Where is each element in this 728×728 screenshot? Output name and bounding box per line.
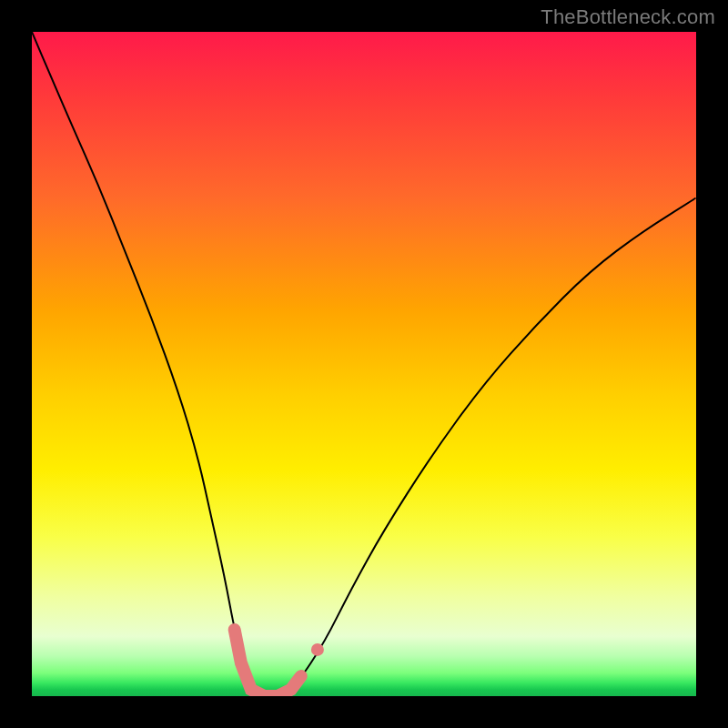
plot-area xyxy=(32,32,696,696)
bottleneck-curve xyxy=(32,32,696,696)
chart-svg xyxy=(32,32,696,696)
optimal-range-marker xyxy=(235,630,301,696)
chart-frame: TheBottleneck.com xyxy=(0,0,728,728)
optimal-range-dot xyxy=(311,643,324,656)
watermark-text: TheBottleneck.com xyxy=(541,5,715,29)
